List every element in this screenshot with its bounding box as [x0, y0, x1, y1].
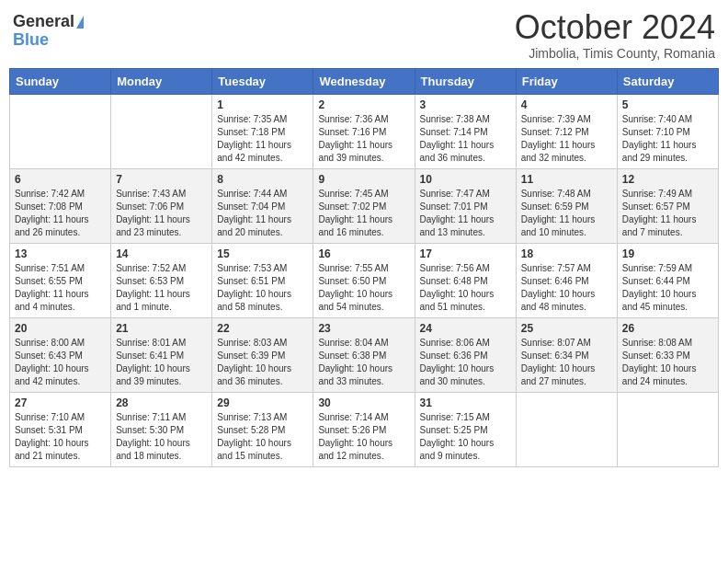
daylight-text: Daylight: 11 hours and 42 minutes. [217, 140, 291, 163]
calendar-cell: 2 Sunrise: 7:36 AM Sunset: 7:16 PM Dayli… [313, 94, 415, 168]
location-title: Jimbolia, Timis County, Romania [515, 46, 715, 61]
calendar-cell: 4 Sunrise: 7:39 AM Sunset: 7:12 PM Dayli… [516, 94, 617, 168]
sunrise-text: Sunrise: 7:40 AM [622, 114, 692, 124]
sunset-text: Sunset: 6:48 PM [420, 276, 488, 286]
calendar-cell: 23 Sunrise: 8:04 AM Sunset: 6:38 PM Dayl… [313, 317, 415, 392]
calendar-cell: 28 Sunrise: 7:11 AM Sunset: 5:30 PM Dayl… [111, 392, 212, 466]
sunset-text: Sunset: 6:33 PM [622, 350, 690, 361]
day-info: Sunrise: 7:53 AM Sunset: 6:51 PM Dayligh… [217, 262, 308, 314]
sunrise-text: Sunrise: 7:43 AM [116, 189, 186, 199]
sunset-text: Sunset: 6:41 PM [116, 350, 184, 361]
day-number: 8 [217, 173, 308, 186]
calendar-cell: 15 Sunrise: 7:53 AM Sunset: 6:51 PM Dayl… [212, 243, 313, 317]
sunset-text: Sunset: 7:08 PM [15, 201, 83, 212]
daylight-text: Daylight: 11 hours and 36 minutes. [420, 140, 495, 163]
daylight-text: Daylight: 11 hours and 1 minute. [116, 289, 190, 312]
day-number: 17 [420, 247, 511, 260]
day-info: Sunrise: 7:51 AM Sunset: 6:55 PM Dayligh… [15, 262, 106, 314]
day-info: Sunrise: 7:55 AM Sunset: 6:50 PM Dayligh… [318, 262, 409, 314]
sunrise-text: Sunrise: 8:08 AM [622, 338, 692, 348]
sunset-text: Sunset: 6:44 PM [622, 276, 690, 286]
calendar-cell: 21 Sunrise: 8:01 AM Sunset: 6:41 PM Dayl… [111, 317, 212, 392]
sunset-text: Sunset: 7:18 PM [217, 127, 285, 137]
day-info: Sunrise: 7:52 AM Sunset: 6:53 PM Dayligh… [116, 262, 207, 314]
sunrise-text: Sunrise: 7:57 AM [521, 263, 591, 273]
daylight-text: Daylight: 10 hours and 15 minutes. [217, 438, 291, 461]
calendar-cell: 6 Sunrise: 7:42 AM Sunset: 7:08 PM Dayli… [10, 168, 111, 243]
calendar-cell: 1 Sunrise: 7:35 AM Sunset: 7:18 PM Dayli… [212, 94, 313, 168]
day-number: 24 [420, 322, 511, 335]
sunrise-text: Sunrise: 7:42 AM [15, 189, 85, 199]
calendar-cell: 17 Sunrise: 7:56 AM Sunset: 6:48 PM Dayl… [415, 243, 516, 317]
sunrise-text: Sunrise: 7:15 AM [420, 412, 490, 422]
daylight-text: Daylight: 10 hours and 9 minutes. [420, 438, 495, 461]
day-number: 19 [622, 247, 713, 260]
day-number: 20 [15, 322, 106, 335]
sunset-text: Sunset: 5:31 PM [15, 425, 83, 435]
day-info: Sunrise: 7:10 AM Sunset: 5:31 PM Dayligh… [15, 411, 106, 463]
sunset-text: Sunset: 7:14 PM [420, 127, 488, 137]
sunrise-text: Sunrise: 7:13 AM [217, 412, 287, 422]
day-info: Sunrise: 8:04 AM Sunset: 6:38 PM Dayligh… [318, 337, 409, 388]
day-info: Sunrise: 7:13 AM Sunset: 5:28 PM Dayligh… [217, 411, 308, 463]
day-number: 6 [15, 173, 106, 186]
sunrise-text: Sunrise: 8:06 AM [420, 338, 490, 348]
daylight-text: Daylight: 11 hours and 16 minutes. [318, 214, 392, 237]
day-number: 5 [622, 98, 713, 111]
day-number: 16 [318, 247, 409, 260]
day-info: Sunrise: 8:01 AM Sunset: 6:41 PM Dayligh… [116, 337, 207, 388]
daylight-text: Daylight: 11 hours and 23 minutes. [116, 214, 190, 237]
daylight-text: Daylight: 10 hours and 45 minutes. [622, 289, 697, 312]
sunset-text: Sunset: 5:26 PM [318, 425, 386, 435]
sunset-text: Sunset: 6:39 PM [217, 350, 285, 361]
daylight-text: Daylight: 10 hours and 48 minutes. [521, 289, 596, 312]
daylight-text: Daylight: 11 hours and 29 minutes. [622, 140, 697, 163]
calendar-cell: 12 Sunrise: 7:49 AM Sunset: 6:57 PM Dayl… [617, 168, 718, 243]
day-info: Sunrise: 7:57 AM Sunset: 6:46 PM Dayligh… [521, 262, 612, 314]
day-number: 29 [217, 396, 308, 409]
day-number: 23 [318, 322, 409, 335]
calendar-cell: 8 Sunrise: 7:44 AM Sunset: 7:04 PM Dayli… [212, 168, 313, 243]
day-number: 21 [116, 322, 207, 335]
daylight-text: Daylight: 11 hours and 32 minutes. [521, 140, 596, 163]
day-info: Sunrise: 7:44 AM Sunset: 7:04 PM Dayligh… [217, 188, 308, 239]
sunset-text: Sunset: 6:50 PM [318, 276, 386, 286]
day-info: Sunrise: 7:56 AM Sunset: 6:48 PM Dayligh… [420, 262, 511, 314]
day-number: 31 [420, 396, 511, 409]
day-number: 10 [420, 173, 511, 186]
day-info: Sunrise: 7:45 AM Sunset: 7:02 PM Dayligh… [318, 188, 409, 239]
calendar-cell: 26 Sunrise: 8:08 AM Sunset: 6:33 PM Dayl… [617, 317, 718, 392]
sunrise-text: Sunrise: 7:51 AM [15, 263, 85, 273]
day-number: 14 [116, 247, 207, 260]
calendar-cell: 16 Sunrise: 7:55 AM Sunset: 6:50 PM Dayl… [313, 243, 415, 317]
sunrise-text: Sunrise: 7:53 AM [217, 263, 287, 273]
day-info: Sunrise: 7:35 AM Sunset: 7:18 PM Dayligh… [217, 113, 308, 165]
title-section: October 2024 Jimbolia, Timis County, Rom… [515, 9, 715, 61]
day-number: 2 [318, 98, 409, 111]
weekday-header: Monday [111, 68, 212, 94]
calendar-cell: 19 Sunrise: 7:59 AM Sunset: 6:44 PM Dayl… [617, 243, 718, 317]
day-number: 22 [217, 322, 308, 335]
sunset-text: Sunset: 7:06 PM [116, 201, 184, 212]
sunset-text: Sunset: 5:28 PM [217, 425, 285, 435]
day-number: 25 [521, 322, 612, 335]
calendar-cell: 22 Sunrise: 8:03 AM Sunset: 6:39 PM Dayl… [212, 317, 313, 392]
calendar-cell: 20 Sunrise: 8:00 AM Sunset: 6:43 PM Dayl… [10, 317, 111, 392]
sunrise-text: Sunrise: 8:04 AM [318, 338, 388, 348]
sunrise-text: Sunrise: 7:35 AM [217, 114, 287, 124]
calendar-week-row: 1 Sunrise: 7:35 AM Sunset: 7:18 PM Dayli… [10, 94, 719, 168]
daylight-text: Daylight: 11 hours and 13 minutes. [420, 214, 495, 237]
daylight-text: Daylight: 10 hours and 36 minutes. [217, 363, 291, 386]
calendar-table: SundayMondayTuesdayWednesdayThursdayFrid… [9, 68, 719, 467]
sunrise-text: Sunrise: 7:39 AM [521, 114, 591, 124]
calendar-cell: 30 Sunrise: 7:14 AM Sunset: 5:26 PM Dayl… [313, 392, 415, 466]
weekday-header: Friday [516, 68, 617, 94]
daylight-text: Daylight: 11 hours and 7 minutes. [622, 214, 697, 237]
sunset-text: Sunset: 6:55 PM [15, 276, 83, 286]
calendar-cell: 7 Sunrise: 7:43 AM Sunset: 7:06 PM Dayli… [111, 168, 212, 243]
sunrise-text: Sunrise: 7:59 AM [622, 263, 692, 273]
logo-blue-text: Blue [13, 31, 49, 50]
sunrise-text: Sunrise: 7:36 AM [318, 114, 388, 124]
weekday-header: Wednesday [313, 68, 415, 94]
calendar-cell: 9 Sunrise: 7:45 AM Sunset: 7:02 PM Dayli… [313, 168, 415, 243]
